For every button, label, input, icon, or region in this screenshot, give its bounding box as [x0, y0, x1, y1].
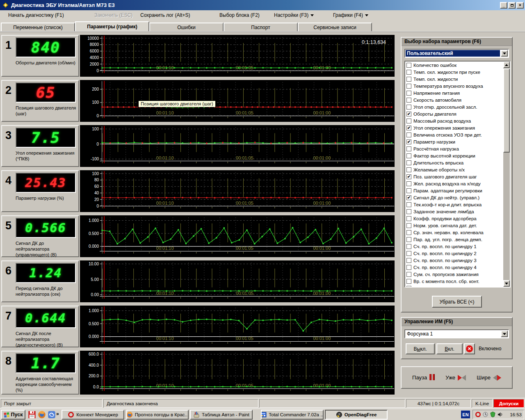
checkbox[interactable]: ✔ — [406, 195, 411, 200]
checkbox[interactable] — [406, 272, 411, 277]
checkbox[interactable] — [406, 181, 411, 186]
menu-item-3[interactable]: Сохранить лог (Alt+S) — [140, 12, 190, 18]
checkbox[interactable] — [406, 70, 411, 75]
checkbox[interactable] — [406, 286, 411, 287]
checkbox[interactable] — [406, 279, 411, 284]
scroll-up-button[interactable] — [503, 62, 510, 68]
scrollbar-thumb[interactable] — [503, 68, 510, 153]
param-checkbox-item[interactable]: ✔Поз. шагового двигателя шаг — [405, 173, 503, 180]
checkbox[interactable] — [406, 237, 411, 242]
param-checkbox-item[interactable]: ✔Угол опережения зажигания — [405, 124, 503, 131]
checkbox[interactable] — [406, 202, 411, 207]
toolbar-overflow-chevron[interactable]: » — [56, 411, 59, 417]
checkbox[interactable] — [406, 258, 411, 263]
param-checkbox-item[interactable]: Жел. расход воздуха на х/ходу — [405, 180, 503, 187]
param-checkbox-item[interactable]: Температура впускного воздуха — [405, 82, 503, 89]
param-checkbox-item[interactable]: Сч. пр. воспл. по цилиндру 3 — [405, 257, 503, 264]
param-checkbox-item[interactable]: Рассчётная нагрузка — [405, 145, 503, 152]
checkbox[interactable] — [406, 188, 411, 193]
param-checkbox-item[interactable]: Сч. пр. воспл. по цилиндру 2 — [405, 250, 503, 257]
connect-icon[interactable] — [48, 411, 56, 419]
zoom-in-time-button[interactable]: Уже — [445, 374, 466, 381]
param-checkbox-item[interactable]: Скорость автомобиля — [405, 96, 503, 103]
actuator-combobox[interactable]: Форсунка 1 — [404, 329, 509, 338]
checkbox[interactable] — [406, 209, 411, 214]
param-checkbox-item[interactable]: Расход топлива — [405, 285, 503, 287]
connect-manager-tray-icon[interactable] — [475, 411, 481, 418]
param-checkbox-item[interactable]: Темп. охл. жидкости при пуске — [405, 68, 503, 75]
param-checkbox-item[interactable]: Длительность впрыска — [405, 159, 503, 166]
tab-1[interactable]: Переменные (список) — [1, 23, 75, 31]
checkbox[interactable] — [406, 216, 411, 221]
graph-plot-4[interactable]: 02040608010000:01:1000:01:0500:01:00 — [80, 170, 395, 212]
menu-item-5[interactable]: Настройки (F3) — [274, 12, 314, 18]
graph-plot-3[interactable]: 1000-10000:01:1000:01:0500:01:00 — [80, 125, 395, 167]
param-checkbox-item[interactable]: Количество ошибок — [405, 62, 503, 68]
taskbar-button-2[interactable]: Прогноз погоды в Крас... — [126, 410, 189, 420]
graph-plot-6[interactable]: 0.005.0010.0000:01:1000:01:0500:01:00 — [80, 260, 395, 302]
language-indicator[interactable]: EN — [461, 411, 470, 418]
graph-plot-7[interactable]: 0.0000.5001.00000:01:1000:01:0500:01:00 — [80, 306, 395, 347]
checkbox[interactable] — [406, 84, 411, 89]
close-button[interactable]: × — [516, 2, 524, 9]
menu-item-1[interactable]: Начать диагностику (F1) — [8, 12, 64, 18]
taskbar-button-3[interactable]: Таблица Автэл - Paint — [190, 410, 253, 420]
param-checkbox-item[interactable]: Вр. с момента посл. сбр. конт. — [405, 278, 503, 285]
checkbox[interactable] — [406, 119, 411, 123]
tab-2[interactable]: Параметры (график) — [75, 21, 149, 31]
checkbox[interactable] — [406, 98, 411, 103]
actuator-stop-button[interactable]: ✕ — [464, 343, 475, 354]
param-checkbox-item[interactable]: Массовый расход воздуха — [405, 117, 503, 124]
checkbox[interactable]: ✔ — [406, 174, 411, 179]
tolerances-badge[interactable]: Допуски — [493, 399, 524, 408]
param-checkbox-item[interactable]: ✔Сигнал ДК до нейтр. (управл.) — [405, 194, 503, 201]
checkbox[interactable] — [406, 160, 411, 165]
param-checkbox-item[interactable]: Заданное значение лямбда — [405, 208, 503, 215]
graph-plot-2[interactable]: 010020000:01:1000:01:0500:01:00 — [80, 80, 395, 122]
scroll-down-button[interactable] — [503, 280, 510, 287]
param-checkbox-item[interactable]: Сум. сч. пропусков зажигания — [405, 271, 503, 278]
checkbox[interactable] — [406, 244, 411, 249]
checkbox[interactable] — [406, 153, 411, 158]
tab-5[interactable]: Сервисные записи — [298, 23, 372, 31]
clock-tray-icon[interactable] — [482, 411, 488, 418]
graph-plot-1[interactable]: 020004000600080001000000:01:1000:01:0500… — [80, 35, 395, 77]
preset-dropdown-button[interactable] — [501, 50, 508, 57]
param-checkbox-item[interactable]: Сч. пр. воспл. по цилиндру 4 — [405, 264, 503, 271]
preset-combobox[interactable]: Пользовательский — [404, 49, 509, 58]
taskbar-button-1[interactable]: Коннект Менеджер — [62, 410, 124, 420]
menu-item-6[interactable]: Графики (F4) — [333, 12, 368, 18]
firefox-icon[interactable] — [38, 411, 46, 419]
taskbar-button-5[interactable]: OpenDiagFree — [325, 410, 388, 420]
menu-item-4[interactable]: Выбор блока (F2) — [219, 12, 260, 18]
checkbox[interactable] — [406, 91, 411, 96]
clear-all-button[interactable]: Убрать ВСЕ (<) — [432, 296, 482, 308]
graph-plot-8[interactable]: 0.0200.0400.0600.000:01:1000:01:0500:01:… — [80, 351, 395, 395]
param-checkbox-item[interactable]: Напряжение питания — [405, 89, 503, 96]
param-checkbox-item[interactable]: Темп. охл. жидкости — [405, 75, 503, 82]
checkbox[interactable] — [406, 77, 411, 82]
minimize-button[interactable]: _ — [500, 2, 507, 9]
volume-tray-icon[interactable] — [497, 411, 503, 418]
checkbox[interactable] — [406, 105, 411, 110]
checkbox[interactable]: ✔ — [406, 139, 411, 144]
checkbox[interactable] — [406, 251, 411, 256]
checkbox[interactable]: ✔ — [406, 112, 411, 116]
tab-4[interactable]: Паспорт — [224, 23, 298, 31]
graph-plot-5[interactable]: 0.0000.5001.00000:01:1000:01:0500:01:00 — [80, 215, 395, 257]
zoom-out-time-button[interactable]: Шире — [477, 374, 501, 381]
checkbox[interactable] — [406, 223, 411, 228]
checkbox[interactable]: ✔ — [406, 126, 411, 130]
param-checkbox-item[interactable]: Угол откр. дроссельной засл. — [405, 103, 503, 110]
param-checkbox-item[interactable]: Норм. уров. сигнала дат. дет. — [405, 222, 503, 229]
checkbox[interactable] — [406, 132, 411, 137]
actuator-off-button[interactable]: Выкл. — [406, 343, 435, 354]
param-checkbox-item[interactable]: Фактор высотной коррекции — [405, 152, 503, 159]
checkbox[interactable] — [406, 146, 411, 151]
param-checkbox-item[interactable]: ✔Обороты двигателя — [405, 110, 503, 117]
list-scrollbar[interactable] — [503, 62, 510, 287]
pause-button[interactable]: Пауза — [412, 374, 435, 381]
param-checkbox-item[interactable]: Тек.коэф-т кор-и длит. впрыска — [405, 201, 503, 208]
checkbox[interactable] — [406, 265, 411, 270]
param-checkbox-item[interactable]: Величина отскока УОЗ при дет. — [405, 131, 503, 138]
